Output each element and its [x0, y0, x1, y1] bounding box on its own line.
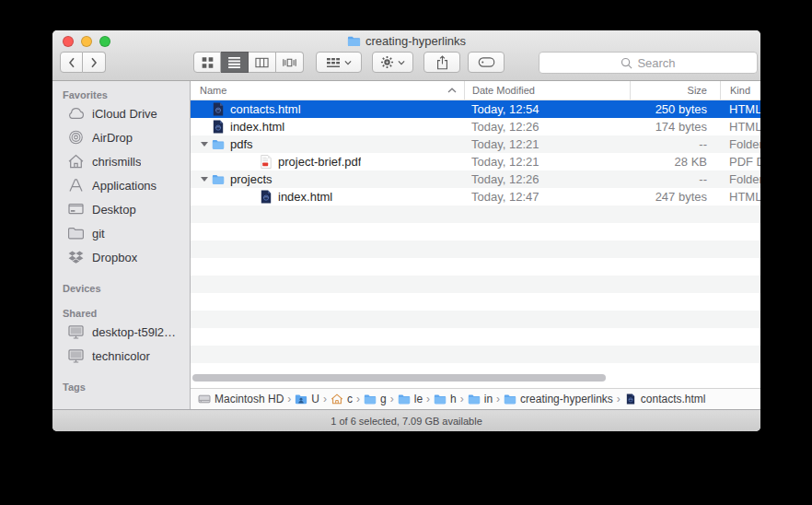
disclosure-triangle-icon[interactable] — [201, 177, 208, 182]
view-mode-column-view-icon[interactable] — [249, 52, 276, 73]
path-item-le[interactable]: le — [398, 393, 423, 405]
arrange-button[interactable] — [316, 52, 362, 73]
html-file-icon — [212, 102, 225, 116]
column-header-name[interactable]: Name — [191, 81, 464, 100]
file-name-cell: index.html — [191, 190, 464, 204]
empty-row — [191, 258, 760, 276]
path-item-c[interactable]: c — [331, 393, 353, 405]
back-button[interactable] — [60, 52, 83, 73]
html-file-icon — [260, 190, 273, 204]
sidebar-item-label: Dropbox — [92, 251, 137, 264]
sidebar-section-tags: Tags — [52, 382, 190, 393]
file-row-pdfs[interactable]: pdfs Today, 12:21 -- Folder — [191, 135, 760, 153]
column-label: Kind — [730, 85, 750, 96]
nav-buttons — [60, 52, 106, 73]
chevron-down-icon — [344, 60, 352, 65]
tag-icon — [478, 57, 495, 67]
horizontal-scrollbar[interactable] — [191, 368, 760, 388]
applications-icon — [67, 178, 85, 193]
sidebar-item-dropbox[interactable]: Dropbox — [52, 245, 190, 269]
airdrop-icon — [67, 130, 85, 145]
scrollbar-thumb[interactable] — [192, 374, 606, 382]
sidebar-item-desktop-t59l2[interactable]: desktop-t59l2… — [52, 320, 190, 344]
desktop-icon — [67, 202, 85, 217]
search-placeholder: Search — [637, 56, 675, 70]
path-item-creating-hyperlinks[interactable]: creating-hyperlinks — [504, 393, 613, 405]
sidebar-item-chrismills[interactable]: chrismills — [52, 149, 190, 173]
sidebar-item-git[interactable]: git — [52, 221, 190, 245]
sidebar-section-header: Tags — [63, 382, 190, 393]
view-mode-coverflow-view-icon[interactable] — [276, 52, 304, 73]
size-cell: -- — [630, 172, 720, 186]
empty-row — [191, 276, 760, 293]
users-folder-icon — [295, 393, 307, 405]
path-item-contacts-html[interactable]: contacts.html — [624, 393, 706, 405]
status-bar: 1 of 6 selected, 7.09 GB available — [52, 409, 760, 431]
view-mode-switcher — [193, 52, 304, 73]
search-input[interactable]: Search — [539, 52, 758, 74]
html-file-icon — [212, 120, 225, 134]
breadcrumb-chevron-icon: › — [460, 393, 464, 405]
date-modified-cell: Today, 12:26 — [464, 172, 630, 186]
folder-icon — [212, 137, 225, 151]
file-row-contacts-html[interactable]: contacts.html Today, 12:54 250 bytes HTM… — [191, 100, 760, 118]
column-header-size[interactable]: Size — [630, 81, 720, 100]
column-view-icon — [255, 56, 269, 69]
size-cell: -- — [630, 137, 720, 151]
sidebar-item-icloud-drive[interactable]: iCloud Drive — [52, 101, 190, 125]
file-row-project-brief-pdf[interactable]: project-brief.pdf Today, 12:21 28 KB PDF… — [191, 153, 760, 170]
kind-cell: HTML — [720, 102, 760, 116]
list-view-icon — [227, 56, 241, 69]
date-modified-cell: Today, 12:21 — [464, 155, 630, 169]
sidebar-item-applications[interactable]: Applications — [52, 173, 190, 197]
folder-icon — [212, 172, 225, 186]
column-header-date-modified[interactable]: Date Modified — [464, 81, 630, 100]
sidebar-item-technicolor[interactable]: technicolor — [52, 344, 190, 368]
display-icon — [67, 324, 85, 339]
size-cell: 174 bytes — [630, 120, 720, 134]
disclosure-triangle-icon[interactable] — [201, 142, 208, 147]
sidebar-item-desktop[interactable]: Desktop — [52, 197, 190, 221]
path-item-label: Macintosh HD — [215, 393, 284, 405]
share-icon — [436, 55, 448, 70]
status-text: 1 of 6 selected, 7.09 GB available — [331, 416, 482, 427]
breadcrumb-chevron-icon: › — [390, 393, 394, 405]
column-label: Name — [200, 85, 226, 96]
sidebar-item-label: Desktop — [92, 203, 136, 217]
size-cell: 28 KB — [630, 155, 720, 169]
path-item-macintosh-hd[interactable]: Macintosh HD — [198, 393, 284, 405]
sidebar-item-label: chrismills — [92, 155, 141, 169]
path-item-g[interactable]: g — [364, 393, 387, 405]
path-item-u[interactable]: U — [295, 393, 319, 405]
column-header-kind[interactable]: Kind — [720, 81, 760, 100]
search-icon — [621, 57, 632, 69]
sidebar: Favorites iCloud Drive AirDrop chrismill… — [52, 81, 191, 409]
file-name-cell: project-brief.pdf — [191, 155, 464, 169]
sidebar-section-favorites: Favorites iCloud Drive AirDrop chrismill… — [52, 89, 190, 269]
forward-button[interactable] — [83, 52, 106, 73]
path-item-label: U — [311, 393, 319, 405]
sidebar-item-label: iCloud Drive — [92, 107, 157, 121]
folder-icon[interactable] — [347, 35, 361, 47]
path-item-label: h — [450, 393, 457, 405]
sidebar-item-airdrop[interactable]: AirDrop — [52, 125, 190, 149]
view-mode-list-view-icon[interactable] — [221, 52, 249, 73]
column-label: Size — [688, 85, 707, 96]
share-button[interactable] — [423, 52, 460, 73]
file-list-pane: Name Date Modified Size Kind contacts.ht… — [191, 81, 760, 409]
folder-icon — [468, 393, 481, 405]
action-menu-button[interactable] — [372, 52, 413, 73]
path-item-h[interactable]: h — [434, 393, 457, 405]
sidebar-section-header: Favorites — [63, 89, 190, 100]
file-list: contacts.html Today, 12:54 250 bytes HTM… — [191, 100, 760, 368]
file-row-index-html[interactable]: index.html Today, 12:47 247 bytes HTML — [191, 188, 760, 206]
view-mode-icon-view-icon[interactable] — [193, 52, 221, 73]
file-row-index-html[interactable]: index.html Today, 12:26 174 bytes HTML — [191, 118, 760, 135]
empty-row — [191, 328, 760, 346]
file-row-projects[interactable]: projects Today, 12:26 -- Folder — [191, 170, 760, 188]
breadcrumb-chevron-icon: › — [617, 393, 621, 405]
icon-view-icon — [201, 56, 215, 69]
path-item-label: creating-hyperlinks — [520, 393, 613, 405]
tag-button[interactable] — [468, 52, 505, 73]
path-item-in[interactable]: in — [468, 393, 493, 405]
